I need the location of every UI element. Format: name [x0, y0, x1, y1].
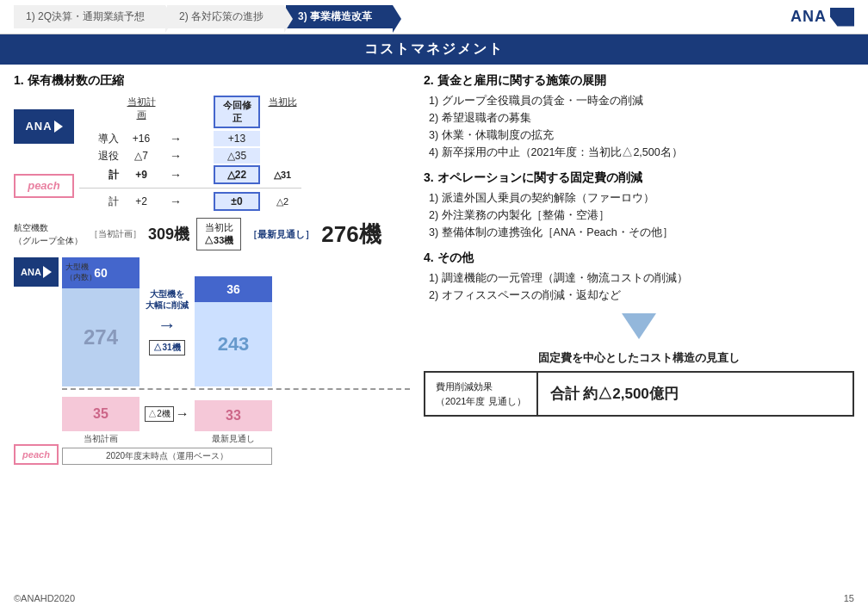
peach-bars: 35 △2機 → 33 [62, 392, 410, 431]
section4-list: 1) 調達機能の一元管理（調達・物流コストの削減） 2) オフィススペースの削減… [424, 271, 854, 303]
bar-chart-section: ANA peach [14, 257, 410, 465]
count-group-label: 航空機数 （グループ全体） [14, 221, 83, 247]
bottom-note: 2020年度末時点（運用ベース） [62, 448, 272, 465]
peach-bar-original: 35 [62, 397, 140, 431]
list-item: 1) 派遣外国人乗員の契約解除（ファーロウ） [429, 191, 854, 206]
cost-value: 合計 約△2,500億円 [538, 373, 691, 415]
section3-title: 3. オペレーションに関する固定費の削減 [424, 170, 854, 186]
ana-chart-label: ANA [14, 257, 59, 287]
nav-item-1[interactable]: 1) 2Q決算・通期業績予想 [14, 5, 165, 28]
dashed-line [62, 388, 410, 390]
right-panel: 2. 賃金と雇用に関する施策の展開 1) グループ全役職員の賃金・一時金の削減 … [424, 73, 854, 465]
peach-delta-label: △2機 [145, 406, 174, 422]
list-item: 1) 調達機能の一元管理（調達・物流コストの削減） [429, 271, 854, 286]
cost-box: 費用削減効果 （2021年度 見通し） 合計 約△2,500億円 [424, 371, 854, 417]
ana-original-val: 274 [62, 288, 140, 386]
page-title: コストマネジメント [0, 34, 868, 65]
original-count: 309機 [148, 224, 189, 244]
list-item: 2) 希望退職者の募集 [429, 111, 854, 126]
section1-title: 1. 保有機材数の圧縮 [14, 73, 410, 89]
main-content: 1. 保有機材数の圧縮 ANA peach [0, 65, 868, 473]
x-labels: 当初計画 最新見通し [62, 433, 410, 445]
right-arrow-icon: → [158, 314, 177, 337]
list-item: 1) グループ全役職員の賃金・一時金の削減 [429, 94, 854, 108]
delta-31-label: △31機 [149, 340, 184, 355]
ana-bar-original: 大型機 （内数） 60 274 [62, 257, 140, 386]
logo-column: ANA peach [14, 96, 74, 211]
table-headers: 当初計画 今回修正 当初比 [79, 96, 301, 128]
peach-bar-latest: 33 [195, 400, 272, 431]
ana-latest-val: 243 [195, 302, 272, 386]
nav-item-2[interactable]: 2) 各対応策の進捗 [167, 5, 284, 28]
nav-bar: 1) 2Q決算・通期業績予想 2) 各対応策の進捗 3) 事業構造改革 ANA [0, 0, 868, 34]
data-table: 当初計画 今回修正 当初比 導入 +16 → [79, 96, 301, 211]
aircraft-count-summary: 航空機数 （グループ全体） ［当初計画］ 309機 当初比 △33機 ［最新見通… [14, 218, 410, 250]
chart-y-labels: ANA peach [14, 257, 59, 465]
chart-area: 大型機 （内数） 60 274 [62, 257, 410, 465]
peach-row: 計 +2 → ±0 △2 [79, 192, 301, 211]
list-item: 4) 新卒採用の中止（2021年度：当初比△2,500名） [429, 145, 854, 160]
left-panel: 1. 保有機材数の圧縮 ANA peach [14, 73, 410, 465]
cost-summary: 固定費を中心としたコスト構造の見直し 費用削減効果 （2021年度 見通し） 合… [424, 350, 854, 417]
down-arrow-icon [424, 313, 854, 342]
cost-summary-title: 固定費を中心としたコスト構造の見直し [424, 350, 854, 366]
ana-logo-mark [830, 8, 854, 27]
current-total-peach: ±0 [214, 192, 260, 211]
svg-marker-0 [622, 313, 656, 339]
ana-logo: ANA [790, 8, 854, 27]
ana-badge: ANA [14, 109, 74, 144]
section4: 4. その他 1) 調達機能の一元管理（調達・物流コストの削減） 2) オフィス… [424, 250, 854, 303]
section2: 2. 賃金と雇用に関する施策の展開 1) グループ全役職員の賃金・一時金の削減 … [424, 73, 854, 160]
section2-list: 1) グループ全役職員の賃金・一時金の削減 2) 希望退職者の募集 3) 休業・… [424, 94, 854, 160]
cost-label: 費用削減効果 （2021年度 見通し） [425, 373, 538, 415]
list-item: 2) オフィススペースの削減・返却など [429, 288, 854, 303]
peach-right-arrow-icon: → [176, 406, 189, 422]
delta-count-box: 当初比 △33機 [196, 218, 241, 250]
page-number: 15 [844, 593, 854, 603]
ana-bars: 大型機 （内数） 60 274 [62, 257, 410, 386]
list-item: 2) 外注業務の内製化［整備・空港］ [429, 208, 854, 223]
current-total-ana: △22 [214, 165, 260, 184]
peach-chart-label: peach [14, 444, 59, 465]
arrow-reduction: 大型機を 大幅に削減 → △31機 [140, 257, 195, 386]
ana-logo-triangle [54, 121, 63, 133]
nav-item-3[interactable]: 3) 事業構造改革 [286, 5, 393, 28]
latest-count: 276機 [321, 219, 381, 250]
list-item: 3) 整備体制の連携強化［ANA・Peach・その他］ [429, 226, 854, 240]
current-plan-header: 今回修正 [214, 96, 260, 128]
list-item: 3) 休業・休職制度の拡充 [429, 128, 854, 143]
ana-latest-top-val: 36 [195, 276, 272, 302]
peach-arrow: △2機 → [140, 397, 195, 431]
ana-bar-latest: 36 243 [195, 276, 272, 386]
large-aircraft-label: 大型機 （内数） [65, 263, 96, 282]
original-plan-label: ［当初計画］ [90, 228, 141, 240]
ana-rows: 導入 +16 → +13 退役 △7 → △35 計 +9 → [79, 131, 301, 184]
aircraft-table-area: ANA peach 当初計画 [14, 96, 410, 211]
section3-list: 1) 派遣外国人乗員の契約解除（ファーロウ） 2) 外注業務の内製化［整備・空港… [424, 191, 854, 240]
section2-title: 2. 賃金と雇用に関する施策の展開 [424, 73, 854, 89]
copyright: ©ANAHD2020 [14, 593, 75, 603]
peach-badge: peach [14, 174, 74, 198]
footer: ©ANAHD2020 15 [0, 588, 868, 609]
latest-label: ［最新見通し］ [248, 228, 314, 241]
section3: 3. オペレーションに関する固定費の削減 1) 派遣外国人乗員の契約解除（ファー… [424, 170, 854, 240]
section4-title: 4. その他 [424, 250, 854, 266]
